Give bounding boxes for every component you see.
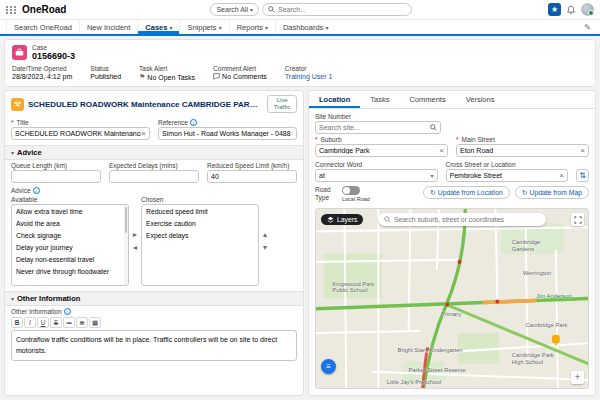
global-search-box[interactable] bbox=[262, 3, 412, 16]
clear-icon[interactable]: × bbox=[580, 147, 585, 155]
list-item[interactable]: Avoid the area bbox=[12, 217, 128, 229]
map-search-input[interactable] bbox=[394, 216, 540, 223]
global-search: Search All ▾ bbox=[74, 3, 548, 16]
expected-delays-input[interactable] bbox=[113, 173, 195, 180]
suburb-input[interactable] bbox=[319, 147, 439, 154]
list-item[interactable]: Exercise caution bbox=[142, 217, 258, 229]
roadwork-icon: ⚒ bbox=[11, 98, 24, 111]
map-fullscreen-icon[interactable] bbox=[571, 213, 584, 226]
case-highlights-panel: Case 0156690-3 Date/Time Opened 28/8/202… bbox=[4, 39, 596, 87]
move-up-icon[interactable]: ▴ bbox=[263, 230, 267, 239]
tab-location[interactable]: Location bbox=[309, 91, 360, 108]
italic-button[interactable]: I bbox=[24, 317, 36, 328]
expected-delays-field: Expected Delays (mins) bbox=[109, 162, 199, 183]
reduced-speed-input[interactable] bbox=[211, 173, 293, 180]
app-launcher-icon[interactable] bbox=[6, 6, 17, 14]
global-search-input[interactable] bbox=[278, 6, 406, 13]
map-poi-label: Cambridge Park High School bbox=[512, 352, 560, 365]
connector-word-select[interactable]: at ▾ bbox=[315, 169, 438, 182]
list-item[interactable]: Expect delays bbox=[142, 229, 258, 241]
queue-length-input[interactable] bbox=[15, 173, 97, 180]
map-canvas[interactable]: Layers Public School Cambridge Gardens W… bbox=[315, 208, 589, 389]
field-creator: Creator Training User 1 bbox=[285, 65, 333, 81]
list-item[interactable]: Never drive through floodwater bbox=[12, 265, 128, 277]
bulleted-list-button[interactable]: ≔ bbox=[63, 317, 75, 328]
nav-item-new-incident[interactable]: New Incident bbox=[79, 20, 137, 34]
object-label: Case bbox=[32, 44, 75, 51]
chevron-down-icon: ▾ bbox=[250, 6, 253, 13]
tab-versions[interactable]: Versions bbox=[456, 91, 505, 108]
site-number-search[interactable] bbox=[315, 121, 441, 134]
chevron-down-icon[interactable]: ▾ bbox=[169, 24, 172, 31]
notifications-bell-icon[interactable] bbox=[566, 5, 576, 15]
title-input[interactable] bbox=[15, 130, 141, 137]
insert-image-button[interactable]: ▦ bbox=[89, 317, 101, 328]
list-item[interactable]: Check signage bbox=[12, 229, 128, 241]
app-brand: OneRoad bbox=[22, 4, 66, 15]
strikethrough-button[interactable]: S bbox=[50, 317, 62, 328]
incident-title-heading: SCHEDULED ROADWORK Maintenance CAMBRIDGE… bbox=[28, 100, 263, 109]
other-information-textarea[interactable]: Contraflow traffic conditions will be in… bbox=[11, 330, 297, 361]
move-right-icon[interactable]: ▸ bbox=[133, 230, 137, 239]
site-search-input[interactable] bbox=[319, 124, 430, 131]
case-form-panel: ⚒ SCHEDULED ROADWORK Maintenance CAMBRID… bbox=[4, 90, 304, 396]
header-actions: ★ bbox=[548, 3, 594, 16]
live-traffic-button[interactable]: Live Traffic bbox=[267, 95, 297, 113]
map-poi-label: Cambridge Gardens bbox=[512, 239, 560, 252]
clear-icon[interactable]: × bbox=[439, 147, 444, 155]
task-alert-flag-icon: ⚑ bbox=[139, 73, 145, 81]
road-type-toggle[interactable] bbox=[342, 186, 360, 195]
zoom-in-button[interactable]: + bbox=[571, 371, 584, 384]
reference-input[interactable] bbox=[162, 130, 293, 137]
map-search-box[interactable] bbox=[378, 213, 546, 226]
chosen-options-list[interactable]: Reduced speed limit Exercise caution Exp… bbox=[141, 204, 259, 286]
nav-item-search-oneroad[interactable]: Search OneRoad bbox=[6, 20, 79, 34]
update-from-location-button[interactable]: ↻ Update from Location bbox=[423, 186, 510, 199]
chevron-down-icon[interactable]: ▾ bbox=[219, 24, 222, 31]
creator-link[interactable]: Training User 1 bbox=[285, 73, 333, 80]
favorites-icon[interactable]: ★ bbox=[548, 3, 561, 16]
cross-street-input[interactable] bbox=[450, 172, 560, 179]
nav-item-cases[interactable]: Cases▾ bbox=[137, 20, 179, 34]
field-comment-alert: Comment Alert No Comments bbox=[213, 65, 267, 81]
advice-dual-listbox: Available Allow extra travel time Avoid … bbox=[5, 195, 303, 288]
map-poi-label: Little Jay's Preschool bbox=[387, 379, 441, 385]
info-icon[interactable]: i bbox=[33, 187, 40, 194]
list-item[interactable]: Allow extra travel time bbox=[12, 205, 128, 217]
map-legend-button[interactable]: ≡ bbox=[321, 359, 336, 374]
advice-section-header[interactable]: ▾ Advice bbox=[5, 145, 303, 160]
clear-icon[interactable]: × bbox=[559, 172, 564, 180]
move-left-icon[interactable]: ◂ bbox=[133, 243, 137, 252]
numbered-list-button[interactable]: ≣ bbox=[76, 317, 88, 328]
list-item[interactable]: Reduced speed limit bbox=[142, 205, 258, 217]
update-from-map-button[interactable]: ↻ Update from Map bbox=[515, 186, 589, 199]
info-icon[interactable]: i bbox=[64, 308, 71, 315]
nav-item-snippets[interactable]: Snippets▾ bbox=[179, 20, 228, 34]
search-scope-select[interactable]: Search All ▾ bbox=[210, 3, 259, 16]
underline-button[interactable]: U bbox=[37, 317, 49, 328]
available-options-list[interactable]: Allow extra travel time Avoid the area C… bbox=[11, 204, 129, 286]
swap-streets-button[interactable]: ⇅ bbox=[576, 169, 589, 182]
edit-navigation-pencil-icon[interactable]: ✎ bbox=[581, 23, 594, 32]
layers-button[interactable]: Layers bbox=[321, 214, 363, 225]
clear-icon[interactable]: × bbox=[141, 130, 146, 138]
list-item[interactable]: Delay your journey bbox=[12, 241, 128, 253]
chevron-down-icon[interactable]: ▾ bbox=[265, 24, 268, 31]
move-down-icon[interactable]: ▾ bbox=[263, 243, 267, 252]
tab-comments[interactable]: Comments bbox=[399, 91, 455, 108]
list-item[interactable]: Delay non-essential travel bbox=[12, 253, 128, 265]
global-header: OneRoad Search All ▾ ★ bbox=[0, 0, 600, 20]
main-street-input[interactable] bbox=[460, 147, 580, 154]
user-avatar[interactable] bbox=[581, 3, 594, 16]
scrollbar[interactable] bbox=[124, 205, 128, 285]
field-task-alert: Task Alert ⚑No Open Tasks bbox=[139, 65, 195, 81]
layers-icon bbox=[327, 216, 334, 223]
nav-item-reports[interactable]: Reports▾ bbox=[229, 20, 275, 34]
info-icon[interactable]: i bbox=[190, 119, 197, 126]
other-information-section-header[interactable]: ▾ Other Information bbox=[5, 291, 303, 306]
app-navigation: Search OneRoad New Incident Cases▾ Snipp… bbox=[0, 20, 600, 36]
bold-button[interactable]: B bbox=[11, 317, 23, 328]
nav-item-dashboards[interactable]: Dashboards▾ bbox=[275, 20, 335, 34]
chevron-down-icon[interactable]: ▾ bbox=[325, 24, 328, 31]
tab-tasks[interactable]: Tasks bbox=[360, 91, 399, 108]
